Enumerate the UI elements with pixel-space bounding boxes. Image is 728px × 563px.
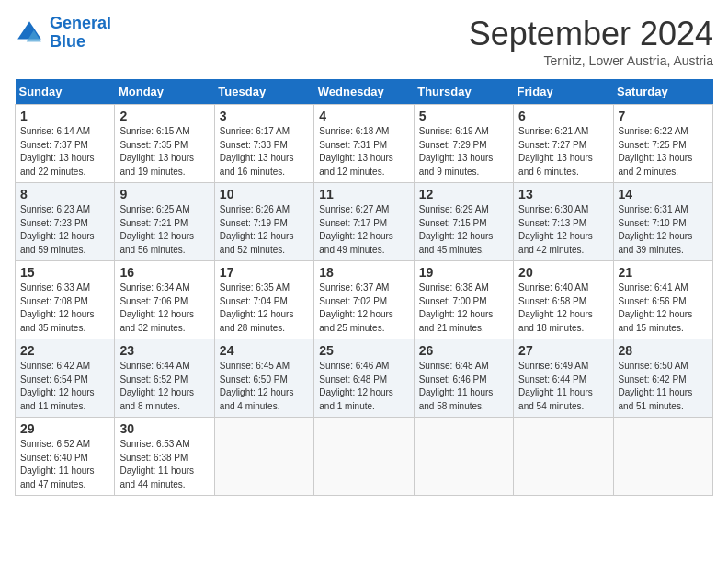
day-number: 5 [419, 109, 508, 123]
day-number: 25 [319, 343, 408, 358]
day-info: Sunrise: 6:40 AM Sunset: 6:58 PM Dayligh… [518, 282, 608, 335]
day-info: Sunrise: 6:21 AM Sunset: 7:27 PM Dayligh… [518, 125, 608, 178]
table-row: 18Sunrise: 6:37 AM Sunset: 7:02 PM Dayli… [314, 261, 414, 339]
title-area: September 2024 Ternitz, Lower Austria, A… [469, 15, 713, 68]
day-number: 19 [419, 265, 508, 280]
table-row: 8Sunrise: 6:23 AM Sunset: 7:23 PM Daylig… [16, 183, 115, 261]
table-row: 5Sunrise: 6:19 AM Sunset: 7:29 PM Daylig… [414, 105, 513, 183]
table-row [314, 418, 414, 496]
day-info: Sunrise: 6:14 AM Sunset: 7:37 PM Dayligh… [20, 125, 109, 178]
table-row: 6Sunrise: 6:21 AM Sunset: 7:27 PM Daylig… [514, 105, 613, 183]
day-number: 23 [119, 343, 209, 358]
day-info: Sunrise: 6:27 AM Sunset: 7:17 PM Dayligh… [319, 203, 408, 257]
col-wednesday: Wednesday [314, 79, 414, 105]
col-thursday: Thursday [414, 79, 513, 105]
logo: General Blue [15, 15, 111, 52]
table-row: 3Sunrise: 6:17 AM Sunset: 7:33 PM Daylig… [214, 105, 313, 183]
day-info: Sunrise: 6:29 AM Sunset: 7:15 PM Dayligh… [419, 203, 508, 257]
calendar-week-3: 15Sunrise: 6:33 AM Sunset: 7:08 PM Dayli… [16, 261, 713, 339]
table-row: 21Sunrise: 6:41 AM Sunset: 6:56 PM Dayli… [613, 261, 712, 339]
day-number: 10 [220, 187, 309, 201]
day-info: Sunrise: 6:49 AM Sunset: 6:44 PM Dayligh… [518, 360, 608, 413]
day-info: Sunrise: 6:15 AM Sunset: 7:35 PM Dayligh… [119, 125, 209, 178]
day-info: Sunrise: 6:48 AM Sunset: 6:46 PM Dayligh… [419, 360, 508, 413]
day-info: Sunrise: 6:52 AM Sunset: 6:40 PM Dayligh… [20, 438, 109, 491]
day-number: 28 [619, 343, 708, 358]
table-row: 13Sunrise: 6:30 AM Sunset: 7:13 PM Dayli… [514, 183, 613, 261]
page-header: General Blue September 2024 Ternitz, Low… [15, 15, 713, 68]
col-sunday: Sunday [16, 79, 115, 105]
logo-blue: Blue [50, 32, 85, 51]
day-info: Sunrise: 6:34 AM Sunset: 7:06 PM Dayligh… [119, 282, 209, 335]
day-number: 4 [319, 109, 408, 123]
table-row: 2Sunrise: 6:15 AM Sunset: 7:35 PM Daylig… [115, 105, 214, 183]
logo-icon [15, 18, 44, 48]
day-info: Sunrise: 6:22 AM Sunset: 7:25 PM Dayligh… [619, 125, 708, 178]
table-row: 10Sunrise: 6:26 AM Sunset: 7:19 PM Dayli… [214, 183, 313, 261]
calendar-header: Sunday Monday Tuesday Wednesday Thursday… [16, 79, 713, 105]
day-number: 18 [319, 265, 408, 280]
day-number: 9 [119, 187, 209, 201]
table-row: 27Sunrise: 6:49 AM Sunset: 6:44 PM Dayli… [514, 339, 613, 418]
day-number: 16 [119, 265, 209, 280]
table-row [214, 418, 313, 496]
day-info: Sunrise: 6:45 AM Sunset: 6:50 PM Dayligh… [220, 360, 309, 413]
day-info: Sunrise: 6:26 AM Sunset: 7:19 PM Dayligh… [220, 203, 309, 257]
table-row: 28Sunrise: 6:50 AM Sunset: 6:42 PM Dayli… [613, 339, 712, 418]
day-info: Sunrise: 6:46 AM Sunset: 6:48 PM Dayligh… [319, 360, 408, 413]
day-info: Sunrise: 6:23 AM Sunset: 7:23 PM Dayligh… [20, 203, 109, 257]
location: Ternitz, Lower Austria, Austria [469, 53, 713, 68]
table-row [514, 418, 613, 496]
day-info: Sunrise: 6:42 AM Sunset: 6:54 PM Dayligh… [20, 360, 109, 413]
table-row: 15Sunrise: 6:33 AM Sunset: 7:08 PM Dayli… [16, 261, 115, 339]
day-info: Sunrise: 6:38 AM Sunset: 7:00 PM Dayligh… [419, 282, 508, 335]
col-monday: Monday [115, 79, 214, 105]
table-row: 24Sunrise: 6:45 AM Sunset: 6:50 PM Dayli… [214, 339, 313, 418]
day-number: 8 [20, 187, 109, 201]
day-info: Sunrise: 6:19 AM Sunset: 7:29 PM Dayligh… [419, 125, 508, 178]
header-row: Sunday Monday Tuesday Wednesday Thursday… [16, 79, 713, 105]
calendar-body: 1Sunrise: 6:14 AM Sunset: 7:37 PM Daylig… [16, 105, 713, 496]
calendar-week-1: 1Sunrise: 6:14 AM Sunset: 7:37 PM Daylig… [16, 105, 713, 183]
day-info: Sunrise: 6:53 AM Sunset: 6:38 PM Dayligh… [119, 438, 209, 491]
day-info: Sunrise: 6:17 AM Sunset: 7:33 PM Dayligh… [220, 125, 309, 178]
day-number: 21 [619, 265, 708, 280]
day-number: 3 [220, 109, 309, 123]
day-info: Sunrise: 6:44 AM Sunset: 6:52 PM Dayligh… [119, 360, 209, 413]
day-number: 2 [119, 109, 209, 123]
table-row [414, 418, 513, 496]
table-row: 14Sunrise: 6:31 AM Sunset: 7:10 PM Dayli… [613, 183, 712, 261]
table-row: 20Sunrise: 6:40 AM Sunset: 6:58 PM Dayli… [514, 261, 613, 339]
calendar-week-4: 22Sunrise: 6:42 AM Sunset: 6:54 PM Dayli… [16, 339, 713, 418]
day-info: Sunrise: 6:50 AM Sunset: 6:42 PM Dayligh… [619, 360, 708, 413]
table-row: 26Sunrise: 6:48 AM Sunset: 6:46 PM Dayli… [414, 339, 513, 418]
col-tuesday: Tuesday [214, 79, 313, 105]
day-number: 1 [20, 109, 109, 123]
table-row: 16Sunrise: 6:34 AM Sunset: 7:06 PM Dayli… [115, 261, 214, 339]
day-number: 17 [220, 265, 309, 280]
day-number: 14 [619, 187, 708, 201]
table-row: 7Sunrise: 6:22 AM Sunset: 7:25 PM Daylig… [613, 105, 712, 183]
table-row: 1Sunrise: 6:14 AM Sunset: 7:37 PM Daylig… [16, 105, 115, 183]
table-row: 9Sunrise: 6:25 AM Sunset: 7:21 PM Daylig… [115, 183, 214, 261]
calendar-table: Sunday Monday Tuesday Wednesday Thursday… [15, 79, 713, 496]
table-row: 25Sunrise: 6:46 AM Sunset: 6:48 PM Dayli… [314, 339, 414, 418]
day-info: Sunrise: 6:33 AM Sunset: 7:08 PM Dayligh… [20, 282, 109, 335]
table-row: 12Sunrise: 6:29 AM Sunset: 7:15 PM Dayli… [414, 183, 513, 261]
table-row: 30Sunrise: 6:53 AM Sunset: 6:38 PM Dayli… [115, 418, 214, 496]
month-title: September 2024 [469, 15, 713, 53]
day-number: 7 [619, 109, 708, 123]
day-number: 15 [20, 265, 109, 280]
day-info: Sunrise: 6:37 AM Sunset: 7:02 PM Dayligh… [319, 282, 408, 335]
table-row: 11Sunrise: 6:27 AM Sunset: 7:17 PM Dayli… [314, 183, 414, 261]
day-number: 29 [20, 421, 109, 436]
table-row: 29Sunrise: 6:52 AM Sunset: 6:40 PM Dayli… [16, 418, 115, 496]
day-number: 22 [20, 343, 109, 358]
calendar-week-5: 29Sunrise: 6:52 AM Sunset: 6:40 PM Dayli… [16, 418, 713, 496]
day-number: 30 [119, 421, 209, 436]
day-info: Sunrise: 6:41 AM Sunset: 6:56 PM Dayligh… [619, 282, 708, 335]
day-info: Sunrise: 6:18 AM Sunset: 7:31 PM Dayligh… [319, 125, 408, 178]
day-number: 11 [319, 187, 408, 201]
col-saturday: Saturday [613, 79, 712, 105]
day-info: Sunrise: 6:30 AM Sunset: 7:13 PM Dayligh… [518, 203, 608, 257]
